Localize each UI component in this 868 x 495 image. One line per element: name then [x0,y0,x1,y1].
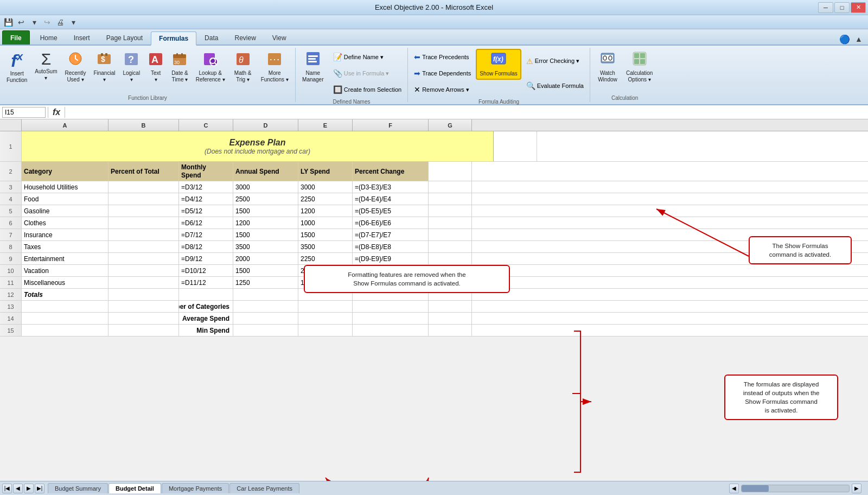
restore-btn[interactable]: □ [834,2,850,13]
cell-a8[interactable]: Taxes [22,241,108,252]
define-name-btn[interactable]: 📝 Define Name ▾ [330,51,404,63]
cell-b14[interactable] [108,313,179,324]
date-time-btn[interactable]: 30 Date &Time ▾ [168,49,192,85]
col-header-g[interactable]: G [429,119,472,131]
cell-d14[interactable] [233,313,298,324]
cell-g13[interactable] [429,301,472,312]
tab-file[interactable]: File [2,30,30,45]
sheet-tab-mortgage[interactable]: Mortgage Payments [162,483,229,493]
tab-next-btn[interactable]: ▶ [24,484,34,493]
error-checking-btn[interactable]: ⚠ Error Checking ▾ [524,55,586,67]
cell-d5[interactable]: 1500 [233,205,298,217]
cell-g1[interactable] [494,131,537,161]
cell-a5[interactable]: Gasoline [22,205,108,217]
evaluate-formula-btn[interactable]: 🔍 Evaluate Formula [524,80,586,92]
tab-home[interactable]: Home [32,30,66,45]
cell-e5[interactable]: 1200 [298,205,353,217]
cell-a12[interactable]: Totals [22,289,108,300]
print-preview-btn[interactable]: 🖨 [54,17,66,28]
cell-c6[interactable]: =D6/12 [179,217,233,229]
cell-d10[interactable]: 1500 [233,265,298,276]
show-formulas-btn[interactable]: f(x) Show Formulas [476,49,521,80]
sheet-tab-budget-summary[interactable]: Budget Summary [48,483,108,493]
create-from-selection-btn[interactable]: 🔲 Create from Selection [330,84,404,96]
cell-c8[interactable]: =D8/12 [179,241,233,252]
cell-g15[interactable] [429,325,472,336]
sheet-tab-budget-detail[interactable]: Budget Detail [108,483,161,493]
cell-c14[interactable]: Average Spend [179,313,233,324]
cell-d13[interactable] [233,301,298,312]
cell-b4[interactable] [108,193,179,205]
save-btn[interactable]: 💾 [2,17,14,28]
cell-e9[interactable]: 2250 [298,253,353,264]
cell-b7[interactable] [108,229,179,240]
undo-dropdown-btn[interactable]: ▾ [28,17,40,28]
cell-e2[interactable]: LY Spend [298,162,353,181]
recently-used-btn[interactable]: RecentlyUsed ▾ [62,49,90,85]
text-btn[interactable]: A Text▾ [144,49,167,85]
tab-first-btn[interactable]: |◀ [2,484,12,493]
cell-a9[interactable]: Entertainment [22,253,108,264]
cell-b15[interactable] [108,325,179,336]
formula-input[interactable] [67,107,866,118]
col-header-e[interactable]: E [298,119,353,131]
cell-c11[interactable]: =D11/12 [179,277,233,288]
cell-a6[interactable]: Clothes [22,217,108,229]
cell-g8[interactable] [429,241,472,252]
cell-e3[interactable]: 3000 [298,181,353,193]
cell-d3[interactable]: 3000 [233,181,298,193]
cell-g2[interactable] [429,162,472,181]
use-in-formula-btn[interactable]: 📎 Use in Formula ▾ [330,67,404,79]
cell-c13[interactable]: Number of Categories [179,301,233,312]
cell-c5[interactable]: =D5/12 [179,205,233,217]
cell-a13[interactable] [22,301,108,312]
close-btn[interactable]: ✕ [851,2,866,13]
cell-c4[interactable]: =D4/12 [179,193,233,205]
cell-e6[interactable]: 1000 [298,217,353,229]
cell-d11[interactable]: 1250 [233,277,298,288]
trace-precedents-btn[interactable]: ⬅ Trace Precedents [411,51,474,63]
autosum-btn[interactable]: Σ AutoSum▾ [31,49,60,84]
cell-f6[interactable]: =(D6-E6)/E6 [353,217,429,229]
tab-prev-btn[interactable]: ◀ [13,484,23,493]
cell-e8[interactable]: 3500 [298,241,353,252]
cell-g4[interactable] [429,193,472,205]
customize-qat-btn[interactable]: ▾ [67,17,79,28]
logical-btn[interactable]: ? Logical▾ [119,49,143,85]
cell-b12[interactable] [108,289,179,300]
cell-d9[interactable]: 2000 [233,253,298,264]
insert-function-btn[interactable]: fx InsertFunction [3,49,30,86]
cell-f15[interactable] [353,325,429,336]
help-icon[interactable]: 🔵 [839,34,851,45]
cell-d7[interactable]: 1500 [233,229,298,240]
calculation-options-btn[interactable]: CalculationOptions ▾ [623,49,656,85]
minimize-btn[interactable]: ─ [818,2,833,13]
tab-view[interactable]: View [264,30,295,45]
name-manager-btn[interactable]: NameManager [299,49,327,85]
remove-arrows-btn[interactable]: ✕ Remove Arrows ▾ [411,84,474,96]
cell-g7[interactable] [429,229,472,240]
col-header-c[interactable]: C [179,119,233,131]
cell-a3[interactable]: Household Utilities [22,181,108,193]
scroll-right-btn[interactable]: ▶ [852,484,861,493]
tab-review[interactable]: Review [226,30,264,45]
cell-g6[interactable] [429,217,472,229]
cell-f14[interactable] [353,313,429,324]
cell-b6[interactable] [108,217,179,229]
lookup-reference-btn[interactable]: Lookup &Reference ▾ [193,49,228,85]
cell-a11[interactable]: Miscellaneous [22,277,108,288]
cell-a7[interactable]: Insurance [22,229,108,240]
math-trig-btn[interactable]: θ Math &Trig ▾ [229,49,257,85]
cell-d6[interactable]: 1200 [233,217,298,229]
cell-b9[interactable] [108,253,179,264]
cell-d12[interactable] [233,289,298,300]
undo-btn[interactable]: ↩ [15,17,27,28]
cell-f3[interactable]: =(D3-E3)/E3 [353,181,429,193]
scroll-left-btn[interactable]: ◀ [729,484,739,493]
cell-b8[interactable] [108,241,179,252]
cell-a2[interactable]: Category [22,162,108,181]
cell-f5[interactable]: =(D5-E5)/E5 [353,205,429,217]
cell-d15[interactable] [233,325,298,336]
cell-e13[interactable] [298,301,353,312]
cell-f4[interactable]: =(D4-E4)/E4 [353,193,429,205]
